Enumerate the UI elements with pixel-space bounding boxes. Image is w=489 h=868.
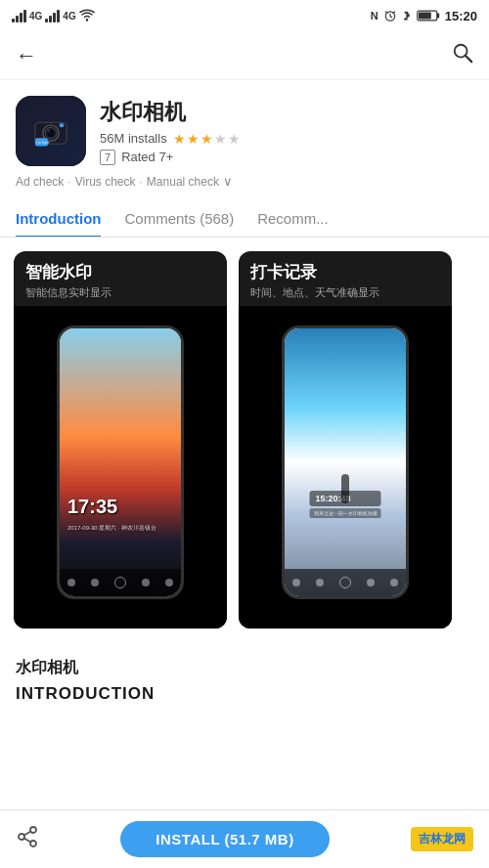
- star-4: ★: [214, 131, 227, 147]
- ad-check-label: Ad check: [16, 175, 64, 189]
- svg-point-18: [30, 841, 36, 846]
- share-icon: [16, 825, 39, 848]
- phone-screen-2: 15:20:48 我来过这一刻—水印相机拍摄: [285, 328, 406, 596]
- app-info: I'm here ♥ 水印相机 56M installs ★ ★ ★ ★ ★ 7: [0, 80, 489, 200]
- svg-line-6: [466, 55, 471, 61]
- tab-recommend[interactable]: Recomm...: [257, 200, 329, 237]
- screenshot-header-1: 智能水印 智能信息实时显示: [14, 251, 227, 306]
- svg-text:I'm here: I'm here: [36, 141, 49, 145]
- star-5: ★: [228, 131, 241, 147]
- app-title-block: 水印相机 56M installs ★ ★ ★ ★ ★ 7 Rated 7+: [100, 98, 473, 165]
- phone-time-1: 17:35: [67, 496, 117, 518]
- app-name: 水印相机: [100, 98, 473, 127]
- install-button[interactable]: INSTALL (51.7 MB): [120, 821, 329, 857]
- screenshot-title-1: 智能水印: [25, 261, 215, 283]
- svg-point-11: [47, 130, 50, 133]
- phone-date-1: 2017-09-30 星期六 · 神农川县镇台: [67, 524, 156, 533]
- phone-mockup-1: 17:35 2017-09-30 星期六 · 神农川县镇台: [57, 326, 184, 599]
- screenshot-subtitle-2: 时间、地点、天气准确显示: [250, 285, 440, 300]
- app-rating: 7 Rated 7+: [100, 150, 473, 165]
- camera-svg: I'm here ♥: [29, 109, 72, 152]
- alarm-icon: [383, 9, 397, 22]
- screenshot-image-2: 15:20:48 我来过这一刻—水印相机拍摄: [239, 306, 452, 629]
- dot-1: ·: [67, 175, 70, 189]
- status-right: N 15:20: [371, 9, 477, 23]
- manual-check-label: Manual check: [147, 175, 219, 189]
- search-button[interactable]: [452, 42, 473, 69]
- phone-toolbar-2: [285, 569, 406, 596]
- app-installs: 56M installs ★ ★ ★ ★ ★: [100, 131, 473, 147]
- time-display: 15:20: [445, 9, 477, 23]
- svg-point-17: [19, 834, 24, 840]
- tab-introduction[interactable]: Introduction: [16, 200, 101, 237]
- bluetooth-icon: [402, 9, 412, 22]
- search-icon: [452, 42, 473, 64]
- back-button[interactable]: ←: [16, 43, 37, 68]
- nfc-icon: N: [371, 10, 378, 22]
- battery-icon: [417, 9, 440, 22]
- svg-rect-4: [419, 12, 431, 19]
- app-checks: Ad check · Virus check · Manual check ∨: [16, 174, 473, 189]
- status-left: 4G 4G: [12, 9, 95, 22]
- screenshot-header-2: 打卡记录 时间、地点、天气准确显示: [239, 251, 452, 306]
- signal-bars-2: [45, 9, 60, 22]
- app-intro-label: INTRODUCTION: [16, 684, 473, 704]
- stars: ★ ★ ★ ★ ★: [173, 131, 241, 147]
- brand-badge: 吉林龙网: [411, 827, 473, 851]
- svg-point-12: [60, 123, 64, 127]
- screenshot-title-2: 打卡记录: [250, 261, 440, 283]
- rating-badge: 7: [100, 150, 115, 165]
- tabs: Introduction Comments (568) Recomm...: [0, 200, 489, 238]
- dot-2: ·: [140, 175, 143, 189]
- svg-point-0: [85, 19, 87, 21]
- star-1: ★: [173, 131, 186, 147]
- signal-bars-1: [12, 9, 26, 22]
- app-icon: I'm here ♥: [16, 96, 86, 166]
- phone-screen-1: 17:35 2017-09-30 星期六 · 神农川县镇台: [60, 328, 181, 596]
- screenshot-image-1: 17:35 2017-09-30 星期六 · 神农川县镇台: [14, 306, 227, 629]
- screenshot-gallery: 智能水印 智能信息实时显示 17:35 2017-09-30 星期六 · 神农川…: [0, 238, 489, 642]
- svg-line-20: [24, 831, 31, 835]
- app-desc-name: 水印相机: [16, 658, 473, 678]
- rating-label: Rated 7+: [121, 150, 173, 164]
- brand-text: 吉林龙网: [419, 832, 466, 846]
- star-3: ★: [200, 131, 213, 147]
- virus-check-label: Virus check: [75, 175, 136, 189]
- svg-line-19: [24, 838, 31, 842]
- star-2: ★: [187, 131, 200, 147]
- screenshot-subtitle-1: 智能信息实时显示: [25, 285, 215, 300]
- status-bar: 4G 4G N: [0, 0, 489, 31]
- top-nav: ←: [0, 31, 489, 80]
- signal-4g-1: 4G: [29, 11, 42, 22]
- chevron-down-icon[interactable]: ∨: [223, 174, 233, 189]
- svg-rect-3: [437, 14, 439, 19]
- svg-point-16: [30, 827, 36, 833]
- app-header: I'm here ♥ 水印相机 56M installs ★ ★ ★ ★ ★ 7: [16, 96, 473, 166]
- share-button[interactable]: [16, 825, 39, 854]
- screenshot-card-2: 打卡记录 时间、地点、天气准确显示 15:20:48 我来过这一刻—水印相机拍摄: [239, 251, 452, 629]
- signal-4g-2: 4G: [63, 11, 75, 22]
- tab-comments[interactable]: Comments (568): [124, 200, 234, 237]
- app-description: 水印相机 INTRODUCTION: [0, 642, 489, 712]
- phone-mockup-2: 15:20:48 我来过这一刻—水印相机拍摄: [282, 326, 409, 599]
- wifi-icon: [79, 9, 95, 22]
- screenshot-card-1: 智能水印 智能信息实时显示 17:35 2017-09-30 星期六 · 神农川…: [14, 251, 227, 629]
- bottom-bar: INSTALL (51.7 MB) 吉林龙网: [0, 809, 489, 868]
- svg-text:♥: ♥: [36, 140, 38, 144]
- phone-toolbar-1: [60, 569, 181, 596]
